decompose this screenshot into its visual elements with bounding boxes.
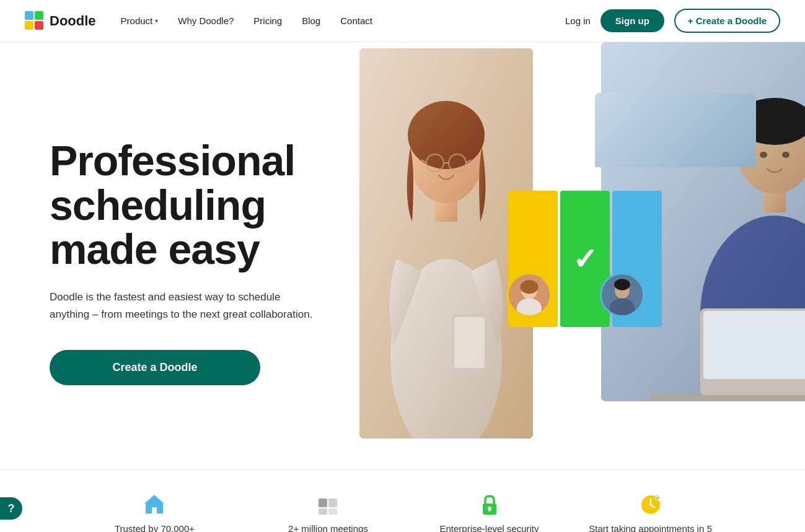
svg-rect-0 — [25, 11, 33, 20]
stat-meetings-text: 2+ million meetings scheduled last month — [266, 522, 390, 532]
hero-cta-button[interactable]: Create a Doodle — [50, 350, 260, 385]
svg-rect-34 — [703, 311, 805, 379]
avatar-man-icon — [602, 274, 643, 315]
svg-point-49 — [649, 504, 652, 506]
create-doodle-nav-button[interactable]: + Create a Doodle — [674, 9, 780, 33]
stat-meetings: 2+ million meetings scheduled last month — [266, 492, 390, 532]
checkmark-icon: ✓ — [573, 242, 597, 276]
stat-appointments: Start taking appointments in 5 minutes — [589, 492, 713, 532]
stat-security: Enterprise-level security — [439, 492, 539, 532]
nav-pricing[interactable]: Pricing — [253, 15, 282, 26]
svg-rect-1 — [35, 11, 43, 20]
svg-rect-17 — [454, 317, 485, 368]
stat-appointments-text: Start taking appointments in 5 minutes — [589, 522, 713, 532]
svg-point-10 — [453, 160, 462, 166]
svg-point-8 — [408, 101, 485, 169]
hero-image-woman — [359, 48, 533, 438]
calendar-icon — [315, 492, 340, 517]
nav-product[interactable]: Product ▾ — [121, 15, 159, 26]
nav-links: Product ▾ Why Doodle? Pricing Blog Conta… — [121, 15, 565, 26]
stat-companies-text: Trusted by 70,000+ companies — [92, 522, 216, 532]
svg-rect-2 — [25, 21, 33, 30]
navbar: Doodle Product ▾ Why Doodle? Pricing Blo… — [0, 0, 805, 42]
signup-button[interactable]: Sign up — [600, 9, 664, 32]
hero-section: Professional scheduling made easy Doodle… — [0, 42, 805, 469]
logo[interactable]: Doodle — [25, 11, 96, 31]
svg-point-31 — [760, 152, 767, 158]
svg-rect-43 — [319, 508, 327, 515]
doodle-logo-icon — [25, 11, 45, 31]
stat-companies: Trusted by 70,000+ companies — [92, 492, 216, 532]
brand-name: Doodle — [50, 13, 96, 29]
nav-contact[interactable]: Contact — [340, 15, 372, 26]
nav-blog[interactable]: Blog — [302, 15, 320, 26]
svg-rect-3 — [35, 21, 43, 30]
avatar-woman-icon — [509, 274, 550, 315]
nav-right: Log in Sign up + Create a Doodle — [565, 9, 780, 33]
svg-rect-42 — [328, 499, 337, 507]
clock-icon — [638, 492, 663, 517]
svg-rect-35 — [651, 395, 805, 401]
lock-icon — [477, 492, 502, 517]
svg-rect-41 — [319, 499, 327, 507]
house-icon — [142, 492, 167, 517]
svg-rect-47 — [488, 508, 490, 512]
stat-security-text: Enterprise-level security — [439, 522, 539, 532]
svg-point-32 — [782, 152, 790, 158]
stats-bar: Trusted by 70,000+ companies 2+ million … — [0, 469, 805, 532]
chevron-down-icon: ▾ — [155, 17, 158, 24]
avatar-man — [600, 273, 644, 317]
help-button[interactable]: ? — [0, 497, 22, 520]
green-bar: ✓ — [560, 191, 610, 327]
woman-silhouette — [359, 48, 533, 438]
svg-rect-44 — [328, 508, 337, 515]
hero-subtitle: Doodle is the fastest and easiest way to… — [50, 289, 322, 322]
hero-image-corner — [595, 93, 756, 167]
svg-point-9 — [431, 160, 439, 166]
nav-why-doodle[interactable]: Why Doodle? — [178, 15, 234, 26]
svg-point-20 — [520, 280, 538, 294]
avatar-woman — [507, 273, 552, 317]
hero-left: Professional scheduling made easy Doodle… — [0, 42, 359, 469]
svg-point-24 — [614, 279, 630, 290]
login-link[interactable]: Log in — [565, 15, 591, 26]
hero-title: Professional scheduling made easy — [50, 139, 322, 271]
hero-images: ✓ — [359, 42, 805, 469]
